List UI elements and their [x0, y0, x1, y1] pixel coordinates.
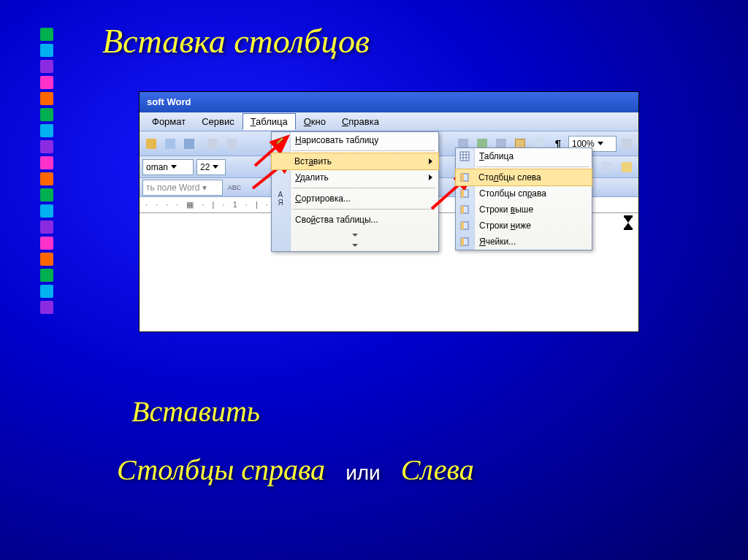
- row-below-icon: [459, 220, 470, 231]
- caption-or: или: [346, 461, 381, 484]
- menu-окно[interactable]: Окно: [296, 113, 334, 130]
- caption-left: Слева: [401, 453, 474, 486]
- menuitem-нарисовать-таблицу[interactable]: Нарисовать таблицу: [272, 132, 438, 148]
- menuitem-строки-выше[interactable]: Строки выше: [456, 202, 592, 218]
- menu-separator: [292, 209, 435, 210]
- window-titlebar: soft Word: [140, 92, 638, 112]
- svg-rect-14: [461, 238, 464, 245]
- col-left-icon: [459, 172, 470, 183]
- size-value: 22: [200, 162, 210, 172]
- bullet-square: [40, 140, 53, 153]
- menuitem-вставить[interactable]: Вставить: [271, 153, 439, 170]
- svg-rect-18: [624, 215, 633, 218]
- bullet-square: [40, 237, 53, 250]
- tool-icon[interactable]: [180, 135, 198, 153]
- bullet-square: [40, 44, 53, 57]
- menuitem-label: Столбцы слева: [478, 172, 541, 183]
- menu-separator: [292, 188, 435, 188]
- bullet-square: [40, 285, 53, 298]
- word-screenshot: soft Word ФорматСервисТаблицаОкноСправка…: [139, 91, 639, 332]
- increase-indent-icon[interactable]: [598, 158, 615, 176]
- bullet-square: [40, 188, 53, 202]
- menuitem-label: Удалить: [295, 172, 329, 183]
- bullet-square: [40, 269, 53, 282]
- menuitem-label: Столбцы справа: [479, 188, 546, 199]
- svg-rect-0: [460, 152, 469, 161]
- svg-rect-12: [461, 222, 464, 229]
- svg-rect-8: [461, 190, 464, 197]
- menu-таблица[interactable]: Таблица: [243, 113, 296, 130]
- table-menu: Нарисовать таблицуВставитьУдалитьАЯСорти…: [271, 131, 439, 252]
- menuitem-label: Сортировка...: [295, 193, 351, 204]
- menuitem-столбцы-справа[interactable]: Столбцы справа: [456, 185, 592, 202]
- menuitem-свойства-таблицы-[interactable]: Свойства таблицы...: [272, 212, 438, 228]
- menuitem-label: Нарисовать таблицу: [295, 135, 378, 145]
- bullet-square: [40, 124, 53, 137]
- svg-rect-6: [461, 174, 464, 181]
- col-right-icon: [459, 188, 470, 199]
- help-icon[interactable]: [618, 135, 636, 153]
- caption-right: Столбцы справа: [117, 453, 325, 486]
- font-value: oman: [146, 162, 168, 172]
- menu-формат[interactable]: Формат: [144, 113, 194, 130]
- menu-expand-chevron[interactable]: [272, 228, 438, 251]
- bullet-square: [40, 301, 53, 314]
- bullet-square: [40, 60, 53, 73]
- menuitem-label: Вставить: [294, 156, 332, 166]
- pencil-icon: [275, 134, 286, 146]
- bullet-square: [40, 92, 53, 105]
- bullet-square: [40, 28, 53, 41]
- caption-line2: Столбцы справа или Слева: [117, 453, 474, 487]
- menuitem-label: Строки ниже: [479, 220, 531, 231]
- menuitem-столбцы-слева[interactable]: Столбцы слева: [455, 169, 592, 186]
- menu-separator: [292, 150, 435, 151]
- submenu-arrow-icon: [429, 158, 432, 164]
- bullet-square: [40, 76, 53, 89]
- insert-field-button[interactable]: ть поле Word ▾: [142, 180, 223, 196]
- menuitem-строки-ниже[interactable]: Строки ниже: [456, 218, 592, 234]
- menu-справка[interactable]: Справка: [334, 113, 387, 130]
- svg-rect-19: [624, 228, 633, 230]
- size-combo[interactable]: 22: [196, 159, 226, 175]
- row-above-icon: [459, 204, 470, 215]
- menubar: ФорматСервисТаблицаОкноСправка: [140, 112, 638, 131]
- blank-icon: [275, 172, 286, 183]
- tool-icon[interactable]: [142, 135, 160, 153]
- border-icon[interactable]: [618, 158, 636, 176]
- insert-submenu: ТаблицаСтолбцы слеваСтолбцы справаСтроки…: [455, 147, 592, 250]
- tool-icon[interactable]: [161, 135, 179, 153]
- bullet-square: [40, 108, 53, 121]
- cells-icon: [459, 236, 470, 248]
- bullet-square: [40, 220, 53, 234]
- tool-icon[interactable]: [204, 135, 221, 153]
- menuitem-ячейки-[interactable]: Ячейки...: [456, 234, 592, 250]
- font-combo[interactable]: oman: [142, 159, 194, 175]
- caption-insert: Вставить: [131, 394, 260, 429]
- bullet-square: [40, 156, 53, 169]
- field-btn-label: ть поле Word: [146, 183, 199, 193]
- menuitem-удалить[interactable]: Удалить: [272, 169, 438, 185]
- bullet-square: [40, 204, 53, 218]
- abc-icon[interactable]: ABC: [226, 179, 243, 196]
- submenu-arrow-icon: [429, 174, 432, 180]
- bullet-square: [40, 172, 53, 185]
- bullet-square: [40, 253, 53, 266]
- menuitem-таблица[interactable]: Таблица: [456, 148, 592, 164]
- tool-icon[interactable]: [223, 135, 240, 153]
- menuitem-сортировка-[interactable]: АЯСортировка...: [272, 191, 438, 207]
- svg-rect-10: [461, 206, 464, 213]
- menu-сервис[interactable]: Сервис: [194, 113, 243, 130]
- menuitem-label: Строки выше: [479, 204, 533, 215]
- menuitem-label: Свойства таблицы...: [295, 215, 378, 225]
- menuitem-label: Таблица: [479, 151, 514, 161]
- slide-bullet-strip: [40, 28, 53, 317]
- sort-icon: АЯ: [275, 193, 286, 204]
- blank-icon: [275, 214, 286, 226]
- menuitem-label: Ячейки...: [479, 237, 516, 247]
- table-icon: [459, 150, 470, 162]
- hourglass-cursor: [622, 215, 634, 231]
- menu-separator: [476, 166, 589, 167]
- blank-icon: [275, 156, 286, 167]
- slide-title: Вставка столбцов: [102, 22, 370, 61]
